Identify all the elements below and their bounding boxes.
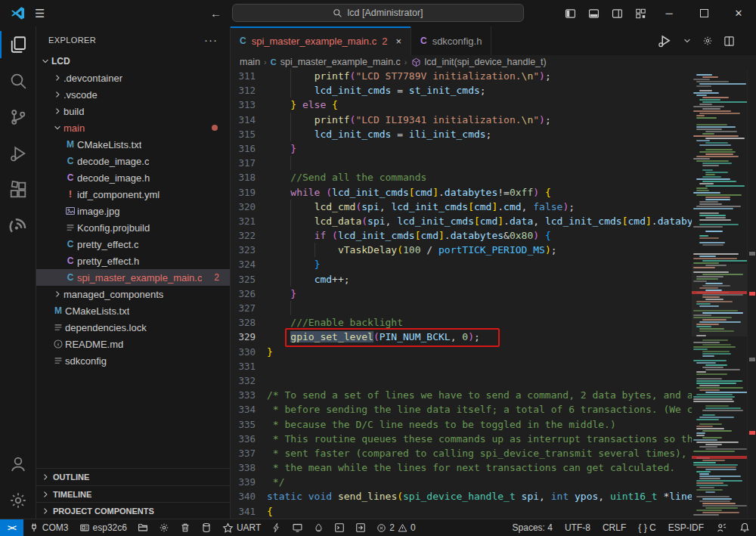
code-line-314[interactable]: 314 printf("LCD ILI9341 initialization.\…: [231, 113, 684, 127]
code-line-334[interactable]: 334 * before sending the line data itsel…: [231, 402, 684, 417]
activity-explorer-icon[interactable]: [0, 26, 36, 63]
tree-item-lcd[interactable]: LCD: [36, 53, 230, 70]
code-line-335[interactable]: 335 * because the D/C line needs to be t…: [231, 417, 684, 432]
section-timeline[interactable]: TIMELINE: [36, 485, 230, 502]
code-line-315[interactable]: 315 lcd_init_cmds = ili_init_cmds;: [231, 127, 684, 141]
tree-item-decode-image-c[interactable]: Cdecode_image.c: [36, 153, 230, 169]
tree-item-pretty-effect-h[interactable]: Cpretty_effect.h: [36, 253, 230, 269]
status-bell[interactable]: [733, 522, 756, 533]
hamburger-icon[interactable]: ☰: [35, 7, 57, 20]
code-line-340[interactable]: 340static void send_lines(spi_device_han…: [231, 489, 684, 503]
chevron-down-icon[interactable]: [683, 36, 692, 45]
breadcrumb[interactable]: main›Cspi_master_example_main.c›lcd_init…: [231, 55, 756, 69]
tab-sdkconfig-h[interactable]: Csdkconfig.h: [411, 26, 491, 55]
close-button[interactable]: ✕: [721, 0, 756, 26]
customize-layout-icon[interactable]: [635, 8, 646, 19]
code-line-313[interactable]: 313 } else {: [231, 98, 684, 112]
tree-item-dependencies-lock[interactable]: dependencies.lock: [36, 319, 230, 336]
code-line-326[interactable]: 326 }: [231, 287, 684, 301]
status-bolt[interactable]: [266, 519, 287, 536]
code-line-337[interactable]: 337 * sent faster (compared to calling s…: [231, 446, 684, 460]
status-crlf[interactable]: CRLF: [596, 522, 632, 533]
code-line-336[interactable]: 336 * This routine queues these commands…: [231, 432, 684, 446]
breadcrumb-item[interactable]: spi_master_example_main.c: [280, 57, 401, 67]
problems-status[interactable]: 20: [371, 519, 420, 536]
activity-settings-icon[interactable]: [0, 482, 36, 519]
minimize-button[interactable]: ─: [652, 0, 686, 26]
activity-extensions-icon[interactable]: [0, 172, 36, 208]
section-outline[interactable]: OUTLINE: [36, 469, 230, 485]
breadcrumb-item[interactable]: lcd_init(spi_device_handle_t): [425, 57, 547, 67]
status-gear[interactable]: [153, 519, 175, 536]
editor-scrollbar[interactable]: [747, 69, 756, 519]
code-editor[interactable]: 311 printf("LCD ST7789V initialization.\…: [231, 69, 756, 519]
status-monitor[interactable]: [287, 519, 308, 536]
nav-back-icon[interactable]: ←: [210, 7, 222, 20]
code-line-329[interactable]: 329 gpio_set_level(PIN_NUM_BCKL, 0);: [231, 330, 684, 344]
tree-item-managed-components[interactable]: managed_components: [36, 286, 230, 302]
tree-item--vscode[interactable]: .vscode: [36, 86, 230, 103]
status-feedback[interactable]: [710, 522, 733, 533]
breadcrumb-item[interactable]: main: [240, 57, 260, 67]
toggle-sidebar-icon[interactable]: [565, 8, 576, 19]
status-cylinder[interactable]: [196, 519, 217, 536]
activity-esp-idf-icon[interactable]: [0, 208, 36, 244]
status-star-uart[interactable]: UART: [217, 519, 266, 536]
activity-search-icon[interactable]: [0, 63, 36, 99]
tab-spi-master-example-main-c[interactable]: Cspi_master_example_main.c2×: [231, 26, 411, 55]
status--c[interactable]: { } C: [632, 522, 662, 533]
split-editor-icon[interactable]: [723, 36, 735, 47]
code-line-330[interactable]: 330}: [231, 345, 684, 359]
code-line-339[interactable]: 339 */: [231, 475, 684, 489]
status-flame[interactable]: [308, 519, 329, 536]
tree-item-readme-md[interactable]: README.md: [36, 336, 230, 352]
code-line-327[interactable]: 327: [231, 301, 684, 315]
code-line-317[interactable]: 317: [231, 156, 684, 170]
code-line-324[interactable]: 324 }: [231, 257, 684, 271]
command-center-search[interactable]: lcd [Administrator]: [232, 4, 524, 22]
run-icon[interactable]: [657, 33, 672, 48]
tree-item-decode-image-h[interactable]: Cdecode_image.h: [36, 169, 230, 186]
tree-item-sdkconfig[interactable]: sdkconfig: [36, 352, 230, 369]
status-terminal-box[interactable]: [329, 519, 350, 536]
tree-item-pretty-effect-c[interactable]: Cpretty_effect.c: [36, 236, 230, 253]
activity-source-control-icon[interactable]: [0, 99, 36, 135]
status-arrow-box[interactable]: [350, 519, 371, 536]
tree-item-build[interactable]: build: [36, 103, 230, 119]
tree-item-cmakelists-txt[interactable]: MCMakeLists.txt: [36, 136, 230, 153]
maximize-button[interactable]: [686, 0, 721, 26]
activity-run-debug-icon[interactable]: [0, 135, 36, 172]
gear-icon[interactable]: [702, 36, 713, 46]
code-line-331[interactable]: 331: [231, 359, 684, 373]
status-esp-idf[interactable]: ESP-IDF: [662, 522, 710, 533]
code-line-323[interactable]: 323 vTaskDelay(100 / portTICK_PERIOD_MS)…: [231, 243, 684, 257]
tree-item-kconfig-projbuild[interactable]: Kconfig.projbuild: [36, 219, 230, 236]
code-line-328[interactable]: 328 ///Enable backlight: [231, 315, 684, 330]
tree-item-idf-component-yml[interactable]: !idf_component.yml: [36, 186, 230, 203]
section-project-components[interactable]: PROJECT COMPONENTS: [36, 502, 230, 519]
tree-item--devcontainer[interactable]: .devcontainer: [36, 70, 230, 86]
status-chip-esp32c6[interactable]: esp32c6: [74, 519, 132, 536]
code-line-322[interactable]: 322 if (lcd_init_cmds[cmd].databytes&0x8…: [231, 228, 684, 243]
toggle-secondary-sidebar-icon[interactable]: [612, 8, 623, 19]
tree-item-spi-master-example-main-c[interactable]: Cspi_master_example_main.c2: [36, 269, 230, 286]
code-line-312[interactable]: 312 lcd_init_cmds = st_init_cmds;: [231, 83, 684, 98]
explorer-more-icon[interactable]: ···: [204, 33, 218, 46]
status-spaces-4[interactable]: Spaces: 4: [507, 522, 559, 533]
code-line-316[interactable]: 316 }: [231, 141, 684, 156]
tree-item-main[interactable]: main: [36, 119, 230, 136]
status-trash[interactable]: [175, 519, 196, 536]
tree-item-cmakelists-txt[interactable]: MCMakeLists.txt: [36, 302, 230, 319]
code-line-320[interactable]: 320 lcd_cmd(spi, lcd_init_cmds[cmd].cmd,…: [231, 200, 684, 214]
code-line-341[interactable]: 341{: [231, 504, 684, 519]
tab-close-icon[interactable]: ×: [395, 36, 401, 47]
code-line-332[interactable]: 332: [231, 373, 684, 388]
minimap[interactable]: [692, 69, 747, 519]
code-line-325[interactable]: 325 cmd++;: [231, 272, 684, 287]
activity-account-icon[interactable]: [0, 446, 36, 482]
code-line-318[interactable]: 318 //Send all the commands: [231, 170, 684, 184]
tree-item-image-jpg[interactable]: image.jpg: [36, 203, 230, 219]
status-plug-com3[interactable]: COM3: [23, 519, 74, 536]
toggle-panel-icon[interactable]: [588, 8, 600, 19]
status-folder[interactable]: [132, 519, 153, 536]
